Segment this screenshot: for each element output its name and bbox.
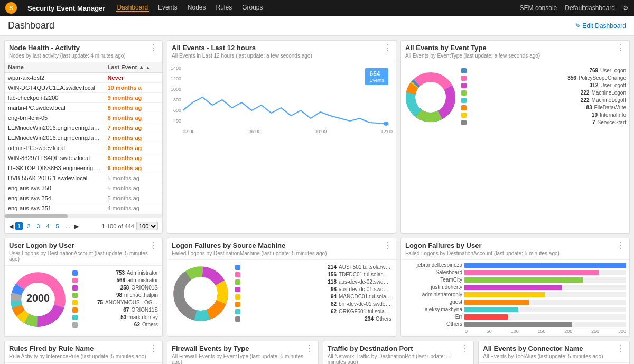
rules-fired-subtitle: Rule Activity by InferenceRule (last upd…	[9, 353, 146, 359]
node-health-body: Name Last Event ▲ wpar-aix-test2NeverWIN…	[5, 62, 162, 233]
user-logon-layout: 2000 753Administrator568administrator258…	[5, 266, 162, 333]
all-events-menu[interactable]: ⋮	[383, 44, 391, 52]
connector-menu[interactable]: ⋮	[617, 344, 625, 353]
rules-fired-header: Rules Fired by Rule Name Rule Activity b…	[5, 341, 162, 363]
legend-item: 7ServiceStart	[461, 119, 626, 125]
page-2[interactable]: 2	[25, 222, 32, 230]
page-more[interactable]: ...	[63, 222, 72, 230]
events-by-type-header: All Events by Event Type All Events by E…	[401, 41, 629, 62]
settings-icon[interactable]: ⚙	[623, 4, 629, 12]
next-page-icon[interactable]: ▶	[74, 223, 79, 230]
events-by-type-body: 769UserLogon356PolicyScopeChange312UserL…	[401, 62, 629, 132]
line-chart-svg	[183, 66, 393, 126]
legend-item: 118aus-dev-dc-02.swdev.local	[235, 279, 391, 285]
table-row: eng-aus-sys-3505 months ag	[5, 183, 162, 193]
node-table-body: wpar-aix-test2NeverWIN-DGT4QU7C1EA.swdev…	[5, 72, 162, 213]
nav-nodes[interactable]: Nodes	[187, 4, 207, 12]
sem-console-link[interactable]: SEM console	[520, 4, 557, 12]
firewall-events-menu[interactable]: ⋮	[305, 344, 314, 353]
legend-color-swatch	[461, 68, 467, 73]
connector-name-card: All Events by Connector Name All Events …	[478, 341, 630, 364]
legend-item: 98aus-dev-dc-01.swdev.local	[235, 286, 391, 292]
all-events-header: All Events - Last 12 hours All Events in…	[167, 41, 396, 62]
page-5[interactable]: 5	[54, 222, 61, 230]
nav-dashboard[interactable]: Dashboard	[116, 4, 149, 12]
chart-with-yaxis: 140012001000800600400 03:0006:0009:0012:…	[171, 66, 393, 134]
traffic-menu[interactable]: ⋮	[461, 344, 469, 353]
table-row: lab-checkpoint22009 months ag	[5, 93, 162, 103]
legend-item: 94MANCDC01.tul.solarwinds.net	[235, 294, 391, 300]
traffic-header: Traffic by Destination Port All Network …	[323, 341, 474, 364]
nav-groups[interactable]: Groups	[241, 4, 264, 12]
table-row: eng-aus-sys-3514 months ag	[5, 203, 162, 213]
logon-source-header: Logon Failures by Source Machine Failed …	[167, 238, 396, 260]
col-event[interactable]: Last Event ▲	[104, 62, 162, 72]
rules-fired-menu[interactable]: ⋮	[150, 344, 158, 353]
table-row: eng-brn-lem-058 months ag	[5, 113, 162, 123]
legend-item: 356PolicyScopeChange	[461, 75, 626, 81]
legend-color-swatch	[235, 265, 240, 270]
node-health-title: Node Health - Activity	[9, 44, 126, 52]
legend-item: 214AUSF501.tul.solarwinds.net	[235, 264, 391, 270]
legend-color-swatch	[235, 309, 240, 314]
hbar-row: Salesboard	[404, 269, 626, 275]
logon-source-legend: 214AUSF501.tul.solarwinds.net156TDFDC01.…	[235, 264, 391, 323]
legend-item: 769UserLogon	[461, 68, 626, 73]
hbar-row: jebrandell.espinoza	[404, 262, 626, 268]
logon-user-menu[interactable]: ⋮	[617, 241, 625, 250]
nav-events[interactable]: Events	[157, 4, 179, 12]
legend-color-swatch	[72, 322, 78, 328]
y-axis: 140012001000800600400	[171, 66, 183, 124]
line-chart-wrapper: 654 Events 140012001000800600400 03:0006…	[171, 66, 393, 134]
page-title: Dashboard	[8, 20, 54, 31]
table-row: WIN-DGT4QU7C1EA.swdev.local10 months a	[5, 83, 162, 93]
logon-source-subtitle: Failed Logons by DestinationMachine (las…	[172, 250, 327, 256]
legend-color-swatch	[235, 302, 240, 307]
legend-color-swatch	[72, 270, 78, 276]
legend-item: 75ANONYMOUS LOGON	[72, 300, 158, 305]
legend-color-swatch	[461, 120, 467, 125]
legend-color-swatch	[72, 293, 78, 298]
firewall-events-card: Firewall Events by Type All Firewall Eve…	[167, 341, 319, 364]
legend-color-swatch	[235, 272, 240, 277]
svg-text:2000: 2000	[26, 292, 50, 304]
legend-color-swatch	[72, 285, 78, 291]
rules-fired-title: Rules Fired by Rule Name	[9, 344, 146, 352]
user-logon-body: 2000 753Administrator568administrator258…	[5, 266, 162, 333]
legend-color-swatch	[461, 98, 467, 103]
page-1[interactable]: 1	[15, 222, 23, 230]
legend-item: 98michael.halpin	[72, 292, 158, 298]
app-title: Security Event Manager	[27, 4, 105, 12]
table-row: DESKTOP-QI6S8B3.engineering.lab.brno6 mo…	[5, 163, 162, 173]
app-logo: S	[5, 2, 17, 14]
nav-right: SEM console Defaultdashboard ⚙	[520, 4, 629, 12]
prev-page-icon[interactable]: ◀	[9, 223, 13, 230]
user-logon-header: User Logon by User User Logons by Destin…	[5, 238, 162, 266]
per-page-select[interactable]: 1005025	[136, 222, 158, 230]
hbar-row: administratoronly	[404, 292, 626, 297]
firewall-events-subtitle: All Firewall Events by EventType (last u…	[172, 353, 305, 364]
col-name[interactable]: Name	[5, 62, 104, 72]
events-type-layout: 769UserLogon356PolicyScopeChange312UserL…	[401, 62, 629, 132]
legend-color-swatch	[461, 105, 467, 110]
table-row: admin-PC.swdev.local6 months ag	[5, 143, 162, 153]
page-3[interactable]: 3	[34, 222, 42, 230]
edit-dashboard-button[interactable]: ✎ Edit Dashboard	[575, 22, 626, 30]
all-events-title: All Events - Last 12 hours	[172, 44, 312, 52]
user-menu[interactable]: Defaultdashboard	[565, 4, 615, 12]
page-4[interactable]: 4	[44, 222, 51, 230]
logon-source-menu[interactable]: ⋮	[383, 241, 391, 250]
node-health-card: Node Health - Activity Nodes by last act…	[4, 40, 163, 234]
events-badge: 654 Events	[365, 68, 388, 85]
nav-rules[interactable]: Rules	[215, 4, 233, 12]
hbar-row: aleksy.makhyna	[404, 306, 626, 312]
hbar-row: guest	[404, 299, 626, 305]
traffic-title: Traffic by Destination Port	[328, 344, 461, 352]
legend-color-swatch	[461, 76, 467, 81]
events-by-type-menu[interactable]: ⋮	[617, 44, 625, 52]
legend-color-swatch	[235, 279, 240, 285]
user-logon-menu[interactable]: ⋮	[150, 241, 158, 250]
legend-item: 62ORKGF501.tul.solarwinds.net	[235, 309, 391, 314]
node-health-menu[interactable]: ⋮	[150, 44, 158, 52]
table-scrollbar[interactable]	[5, 214, 162, 218]
